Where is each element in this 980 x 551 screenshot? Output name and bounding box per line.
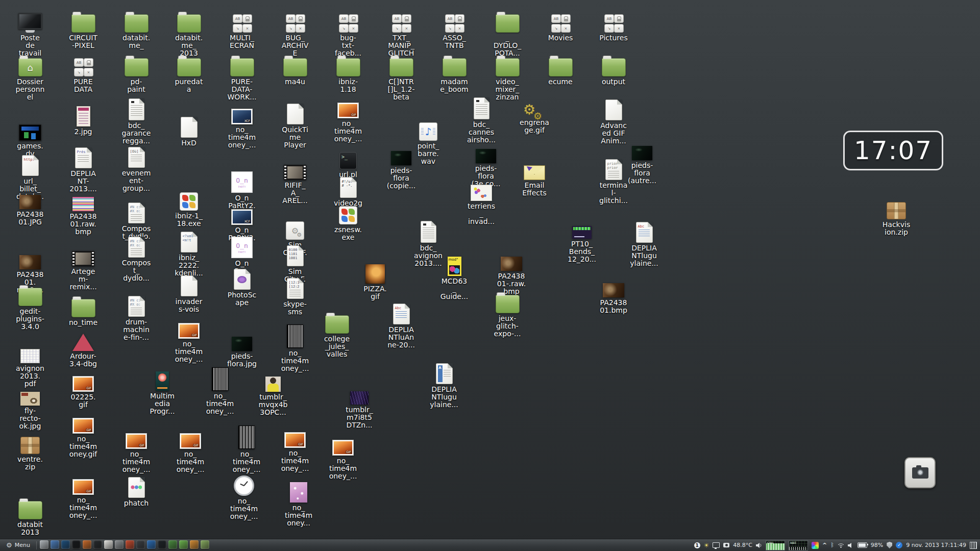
desktop-icon-no[interactable]: no_ time4m oney_... [219, 470, 268, 520]
taskbar-gimp-icon[interactable] [115, 540, 124, 549]
desktop-icon-no[interactable]: GIFno_ time4m oney_... [324, 93, 373, 143]
desktop-icon-databit[interactable]: databit. me_ 2013 [164, 7, 213, 57]
desktop-icon-mcd63[interactable]: mod°MCD63 _ Guide... [430, 251, 479, 300]
desktop-icon-pieds[interactable]: pieds- flora (autre... [618, 135, 667, 185]
desktop-icon-ventre[interactable]: ventre. zip [6, 429, 55, 471]
desktop-icon-no[interactable]: GIFno_ time4m oney_... [112, 423, 161, 473]
desktop-icon-no[interactable]: GIFno_ time4m oney_... [271, 422, 320, 472]
desktop-icon-pure[interactable]: AB↘×PURE DATA [59, 51, 108, 93]
taskbar-video-player-icon[interactable] [147, 540, 156, 549]
desktop-icon-hackvis[interactable]: Hackvis ion.zip [872, 194, 921, 236]
desktop-icon-pure[interactable]: PURE- DATA- WORK... [217, 51, 266, 101]
display-icon[interactable] [713, 542, 720, 548]
desktop-icon-txt[interactable]: AB↘×TXT_ MANIP_ GLITCH [377, 7, 426, 57]
screenshot-icon[interactable] [723, 543, 729, 547]
desktop-icon-pa2438[interactable]: PA2438 01.bmp [589, 272, 638, 314]
taskbar-terminal-icon[interactable] [72, 540, 81, 549]
desktop-icon-hxd[interactable]: HxD [164, 112, 213, 147]
desktop-icon-madam[interactable]: madam e_boom [430, 51, 479, 93]
volume-icon[interactable] [848, 543, 854, 548]
desktop-icon-bdc[interactable]: bdc_ cannes airsho... [457, 94, 506, 144]
desktop-icon-pieds[interactable]: pieds- flora.jpg [217, 325, 266, 368]
desktop-icon-c-ntr[interactable]: C[]NTR []L_1.2- beta [377, 51, 426, 101]
desktop-icon-poste[interactable]: Poste de travail [6, 7, 55, 57]
desktop-icon-pizza[interactable]: PIZZA. gif [351, 258, 400, 300]
desktop-icon-deplia[interactable]: ADEPLIA NTlugu ylaine... [420, 359, 469, 409]
desktop-icon-ibniz[interactable]: <?xml<m!tibniz_ 2222. kdenli... [164, 227, 213, 277]
desktop-icon-pt10[interactable]: PT10_ Bends_ 12_20... [557, 213, 606, 263]
desktop-icon-02225[interactable]: GIF02225. gif [59, 366, 108, 409]
panel-settings-icon[interactable] [970, 542, 977, 549]
taskbar-vector-editor-icon[interactable] [136, 540, 145, 549]
desktop-icon-gedit[interactable]: gedit- plugins- 3.4.0 [6, 281, 55, 331]
desktop-icon-phatch[interactable]: phatch [112, 472, 161, 507]
desktop-icon-no[interactable]: GIFno_ time4m oney.gif [59, 408, 108, 458]
desktop-icon-evenem[interactable]: [Où]evenem ent- group... [112, 142, 161, 192]
desktop-icon-tumblr[interactable]: tumblr_ m7i8t5 DTZn... [335, 379, 384, 429]
taskbar-show-desktop-icon[interactable] [40, 540, 48, 549]
desktop-icon-pd[interactable]: pd- paint [112, 51, 161, 93]
desktop-icon-no[interactable]: no_ time4m oney_... [195, 365, 244, 415]
keyboard-layout-indicator[interactable]: 1 [694, 542, 700, 548]
desktop-icon-invader[interactable]: invader s-vois [164, 271, 213, 313]
desktop-icon-no-time[interactable]: no_time [59, 292, 108, 327]
desktop-icon-jeux[interactable]: jeux- glitch- expo-... [483, 288, 532, 338]
clock-datetime[interactable]: 9 nov. 2013 17:11:49 [906, 542, 966, 548]
desktop-icon-puredat[interactable]: puredat a [164, 51, 213, 93]
desktop-icon-college[interactable]: college _jules_ valles [312, 308, 361, 358]
desktop-icon-engrena[interactable]: ⚙⚙engrena ge.gif [510, 92, 559, 134]
desktop-icon-bdc[interactable]: bdc_ garance regga... [112, 95, 161, 145]
desktop-icon-no[interactable]: GIFno_ time4m oney_... [59, 469, 108, 519]
taskbar-draw-tool-icon[interactable] [190, 540, 199, 549]
desktop-icon-photosc[interactable]: PhotoSc ape [217, 264, 266, 307]
desktop-icon-asso[interactable]: AB↘×ASSO_ TNTB [430, 7, 479, 49]
desktop-icon-artege[interactable]: Artege m- remix... [59, 241, 108, 291]
desktop-icon-movies[interactable]: AB↘×Movies [536, 7, 585, 42]
desktop-icon-terriens[interactable]: terriens _ invad... [457, 176, 506, 226]
desktop-icon-fly[interactable]: fly- recto- ok.jpg [6, 380, 55, 430]
desktop-icon-circuit[interactable]: CIRCUIT -PIXEL [59, 7, 108, 49]
desktop-icon-output[interactable]: output [589, 51, 638, 86]
desktop-icon-bug[interactable]: AB↘×bug- txt- faceb... [324, 7, 373, 57]
menu-button[interactable]: ⚙ Menu [2, 539, 34, 551]
color-profile-icon[interactable] [812, 542, 819, 549]
battery-percentage[interactable]: 98% [871, 542, 883, 548]
taskbar-folder-launcher-icon[interactable] [201, 540, 209, 549]
desktop-icon-ma4u[interactable]: ma4u [271, 51, 320, 86]
desktop-icon-email[interactable]: Email Effects [510, 155, 559, 197]
taskbar-blender-icon[interactable] [126, 540, 134, 549]
desktop-icon-2-jpg[interactable]: 2.jpg [59, 101, 108, 136]
taskbar-image-tool-icon[interactable] [179, 540, 188, 549]
screenshot-tool-button[interactable] [904, 457, 936, 488]
desktop-icon-databit[interactable]: databit. me_ [112, 7, 161, 49]
temperature-indicator[interactable]: 48.8°C [733, 542, 752, 548]
desktop-icon-drum[interactable]: #N c:#X o:drum- machin e-fin-... [112, 291, 161, 341]
desktop-icon-item[interactable]: _ DYDLO_ POTA... [483, 7, 532, 57]
sync-check-icon[interactable]: ✓ [896, 542, 902, 548]
desktop-icon-dossier[interactable]: ⌂Dossier personn el [6, 51, 55, 101]
taskbar-video-editor-icon[interactable] [158, 540, 166, 549]
desktop-icon-no[interactable]: no_ time4m oney_... [222, 423, 271, 473]
taskbar-web-browser-icon[interactable] [61, 540, 70, 549]
bluetooth-icon[interactable]: ᛒ [830, 542, 834, 548]
desktop-icon-zsnesw[interactable]: zsnesw. exe [324, 199, 373, 241]
desktop-icon-ecume[interactable]: ecume [536, 51, 585, 86]
cpu-graph-applet[interactable]: CPU [766, 540, 785, 550]
desktop-icon-compos[interactable]: #N c:#X o:Compos t_ dydlo... [112, 232, 161, 282]
brightness-icon[interactable]: ☀ [704, 542, 709, 549]
desktop-icon-no[interactable]: XCFno_ time4m oney_... [217, 99, 266, 149]
desktop-icon-pa2438[interactable]: PA2438 01.JPG [6, 184, 55, 226]
desktop-icon-tumblr[interactable]: tumblr_ mvqx4b 3OPC... [249, 366, 298, 416]
desktop-icon-ardour[interactable]: Ardour- 3.4-dbg [59, 325, 108, 368]
desktop-icon-bug[interactable]: AB↘×BUG_ ARCHIV E [271, 7, 320, 57]
desktop-icon-multi[interactable]: AB↘×MULTI_ ECRAN [217, 7, 266, 49]
desktop-icon-ibniz[interactable]: ibniz- 1.18 [324, 51, 373, 93]
desktop-icon-deplia[interactable]: AbcDEPLIA NTluAn ne-20... [377, 299, 426, 349]
desktop-icon-databit[interactable]: databit 2013 [6, 494, 55, 536]
taskbar-image-viewer-icon[interactable] [83, 540, 91, 549]
taskbar-file-manager-icon[interactable] [51, 540, 59, 549]
wifi-icon[interactable] [838, 543, 844, 548]
desktop-icon-ibniz-1[interactable]: ibniz-1_ 18.exe [164, 185, 213, 228]
desktop-icon-pictures[interactable]: AB↘×Pictures [589, 7, 638, 42]
desktop-icon-no[interactable]: GIFno_ time4m oney_... [318, 430, 368, 480]
